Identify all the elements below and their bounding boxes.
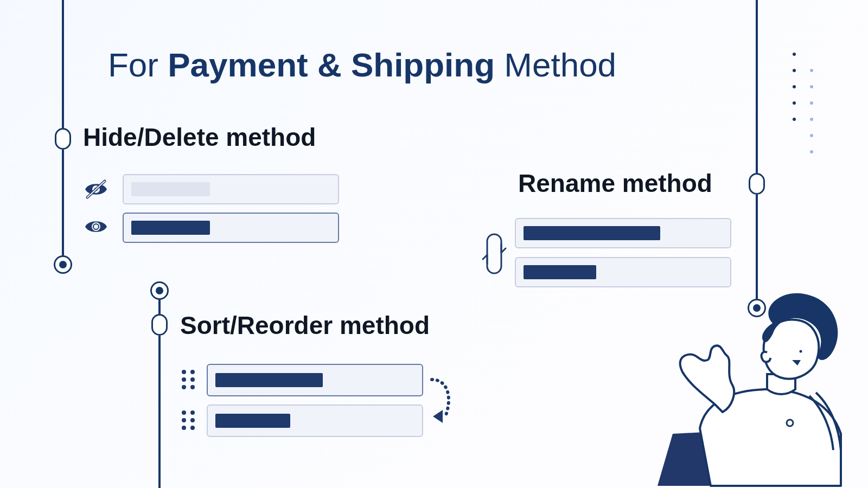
node-left-1 [55, 128, 71, 150]
svg-point-26 [190, 410, 195, 415]
vline-right-mid [756, 195, 758, 299]
person-illustration [651, 293, 868, 488]
svg-point-6 [810, 85, 813, 88]
svg-point-28 [190, 418, 195, 422]
hide-card-1-bar [131, 182, 210, 196]
svg-point-5 [810, 69, 813, 72]
rename-card-2-bar [524, 265, 596, 279]
hide-card-2-bar [131, 221, 210, 235]
svg-point-30 [190, 426, 195, 430]
page-title: For Payment & Shipping Method [108, 46, 616, 84]
node-right-1 [749, 173, 765, 195]
rename-card-2 [515, 257, 731, 287]
title-bold: Payment & Shipping [168, 46, 495, 84]
vline-sort-bottom [158, 336, 161, 488]
svg-point-25 [182, 410, 186, 415]
vline-left-mid [62, 150, 64, 255]
radio-sort [150, 281, 169, 300]
svg-point-4 [793, 118, 796, 121]
rename-card-1 [515, 218, 731, 248]
svg-point-1 [793, 69, 796, 72]
title-pre: For [108, 46, 168, 84]
svg-point-7 [810, 101, 813, 105]
radio-left [54, 255, 72, 274]
sort-card-2 [207, 404, 423, 437]
cycle-icon [482, 231, 507, 279]
svg-marker-31 [433, 410, 443, 423]
svg-point-19 [182, 370, 186, 374]
hide-card-2 [123, 213, 339, 243]
section-hide-title: Hide/Delete method [83, 123, 316, 152]
svg-point-3 [793, 101, 796, 105]
svg-point-29 [182, 426, 186, 430]
vline-right-top [756, 0, 758, 173]
svg-point-21 [182, 377, 186, 382]
hide-card-1 [123, 174, 339, 204]
vline-left-top [62, 0, 64, 128]
svg-point-20 [190, 370, 195, 374]
svg-rect-17 [487, 234, 501, 273]
sort-card-1 [207, 364, 423, 396]
vline-sort-top [158, 300, 161, 314]
drag-handle-icon-2 [181, 410, 195, 433]
svg-point-9 [810, 134, 813, 137]
section-rename-title: Rename method [518, 169, 712, 198]
svg-point-23 [182, 385, 186, 389]
svg-point-0 [793, 53, 796, 56]
svg-point-2 [793, 85, 796, 88]
svg-point-27 [182, 418, 186, 422]
svg-point-24 [190, 385, 195, 389]
dotted-deco [790, 50, 817, 160]
reorder-arrow-icon [426, 376, 459, 427]
section-sort-title: Sort/Reorder method [180, 311, 430, 340]
sort-card-2-bar [215, 414, 290, 428]
eye-off-icon [84, 179, 108, 202]
svg-point-8 [810, 118, 813, 121]
title-post: Method [495, 46, 616, 84]
node-sort [151, 314, 168, 336]
svg-point-10 [810, 150, 813, 153]
svg-point-34 [800, 350, 802, 353]
sort-card-1-bar [215, 373, 323, 387]
drag-handle-icon-1 [181, 369, 195, 392]
eye-icon [84, 219, 108, 236]
svg-point-22 [190, 377, 195, 382]
rename-card-1-bar [524, 226, 660, 240]
